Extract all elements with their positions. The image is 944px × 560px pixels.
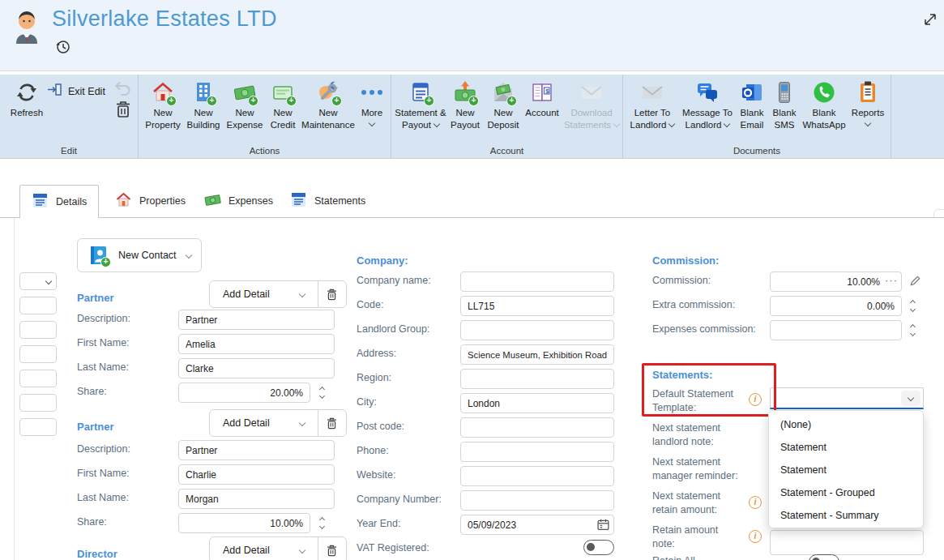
letter-to-landlord-button[interactable]: Letter To Landlord xyxy=(626,79,678,130)
share-input[interactable] xyxy=(178,513,310,533)
tab-details[interactable]: Details xyxy=(19,185,99,218)
exit-edit-button[interactable]: Exit Edit xyxy=(47,83,105,100)
first-name-input[interactable] xyxy=(178,464,335,485)
commission-input[interactable] xyxy=(770,271,902,292)
more-button[interactable]: More xyxy=(356,79,388,126)
new-building-icon: + xyxy=(190,79,216,105)
new-contact-button[interactable]: + New Contact xyxy=(77,238,202,272)
reports-button[interactable]: Reports xyxy=(848,79,887,126)
share-label: Share: xyxy=(77,515,107,529)
ribbon-group-edit: Refresh Exit Edit E xyxy=(0,75,139,158)
expenses-commission-spinner[interactable] xyxy=(907,320,918,340)
delete-detail-button[interactable] xyxy=(318,281,346,307)
post-code-input[interactable] xyxy=(460,417,614,438)
region-label: Region: xyxy=(357,371,391,385)
company-number-input[interactable] xyxy=(460,490,614,511)
extra-commission-input[interactable] xyxy=(770,296,902,316)
ribbon-group-account: + Statement & Payout + New Payout xyxy=(391,75,623,158)
stub-field[interactable] xyxy=(19,394,57,412)
message-icon xyxy=(694,79,720,105)
description-input[interactable] xyxy=(178,310,335,330)
statement-payout-button[interactable]: + Statement & Payout xyxy=(395,79,446,130)
tab-statements[interactable]: Statements xyxy=(279,185,377,217)
extra-commission-spinner[interactable] xyxy=(907,296,918,315)
new-building-button[interactable]: + New Building xyxy=(184,79,223,130)
share-input[interactable] xyxy=(178,383,310,403)
refresh-button[interactable]: Refresh xyxy=(5,79,49,119)
calendar-icon[interactable] xyxy=(596,518,610,535)
new-credit-button[interactable]: + New Credit xyxy=(265,79,301,130)
stub-field[interactable] xyxy=(19,418,57,436)
new-expense-button[interactable]: + New Expense xyxy=(224,79,265,130)
new-payout-button[interactable]: + New Payout xyxy=(446,79,484,130)
info-icon[interactable]: i xyxy=(749,393,762,406)
stub-field[interactable] xyxy=(19,297,57,314)
retain-amount-note-input[interactable] xyxy=(770,530,924,555)
history-icon[interactable] xyxy=(53,37,73,57)
delete-detail-button[interactable] xyxy=(318,537,346,560)
city-input[interactable] xyxy=(460,393,614,413)
stub-field[interactable] xyxy=(19,345,57,363)
website-input[interactable] xyxy=(460,466,614,486)
delete-icon[interactable] xyxy=(113,99,134,120)
tab-properties[interactable]: Properties xyxy=(104,185,197,217)
blank-sms-button[interactable]: Blank SMS xyxy=(769,79,800,130)
download-statements-icon xyxy=(579,79,604,105)
year-end-input[interactable] xyxy=(460,515,614,535)
tab-expenses[interactable]: Expenses xyxy=(193,185,284,217)
message-to-landlord-button[interactable]: Message To Landlord xyxy=(680,79,735,130)
ellipsis-icon[interactable]: ··· xyxy=(885,274,898,286)
year-end-label: Year End: xyxy=(357,517,400,531)
new-property-button[interactable]: + New Property xyxy=(142,79,184,130)
last-name-label: Last Name: xyxy=(77,491,129,505)
first-name-label: First Name: xyxy=(77,467,130,481)
chevron-down-icon xyxy=(369,119,375,126)
add-detail-button[interactable]: Add Detail xyxy=(210,537,318,560)
vat-registered-toggle[interactable] xyxy=(583,540,614,555)
delete-detail-button[interactable] xyxy=(318,410,346,436)
add-detail-button[interactable]: Add Detail xyxy=(210,281,318,307)
stub-field[interactable] xyxy=(19,321,57,339)
info-icon[interactable]: i xyxy=(749,496,762,509)
chevron-down-icon xyxy=(186,252,192,259)
company-name-label: Company name: xyxy=(357,274,431,288)
phone-input[interactable] xyxy=(460,442,614,462)
ribbon-group-actions: + New Property + New Building xyxy=(139,75,391,158)
blank-email-button[interactable]: Blank Email xyxy=(735,79,769,130)
stub-dropdown[interactable] xyxy=(19,272,57,290)
dropdown-option[interactable]: Statement - Grouped xyxy=(769,481,923,504)
expenses-commission-input[interactable] xyxy=(770,320,902,340)
new-maintenance-button[interactable]: + New Maintenance xyxy=(301,79,356,130)
region-input[interactable] xyxy=(460,369,614,389)
company-name-input[interactable] xyxy=(460,271,614,292)
share-spinner[interactable] xyxy=(316,513,327,532)
expand-icon[interactable] xyxy=(921,10,940,29)
blank-whatsapp-button[interactable]: Blank WhatsApp xyxy=(800,79,848,130)
city-label: City: xyxy=(357,395,377,409)
stub-field[interactable] xyxy=(19,370,57,387)
last-name-input[interactable] xyxy=(178,358,335,378)
chevron-down-icon xyxy=(45,278,52,284)
landlord-group-input[interactable] xyxy=(460,320,614,340)
default-statement-template-combobox[interactable] xyxy=(770,387,924,409)
dropdown-option[interactable]: Statement - Summary xyxy=(769,504,923,527)
add-detail-group-1: Add Detail xyxy=(209,280,347,308)
account-button[interactable]: $ Account xyxy=(523,79,562,119)
combo-dropdown-button[interactable] xyxy=(901,391,921,406)
last-name-input[interactable] xyxy=(178,489,335,509)
dropdown-option[interactable]: (None) xyxy=(769,413,923,436)
first-name-input[interactable] xyxy=(178,334,335,354)
dropdown-option[interactable]: Statement xyxy=(769,459,923,481)
code-label: Code: xyxy=(357,298,383,312)
new-deposit-button[interactable]: + New Deposit xyxy=(484,79,523,130)
add-detail-button[interactable]: Add Detail xyxy=(210,410,318,436)
chevron-down-icon xyxy=(865,119,871,126)
edit-pencil-icon[interactable] xyxy=(909,275,921,290)
description-input[interactable] xyxy=(178,440,335,460)
retain-all-toggle[interactable] xyxy=(809,554,839,560)
code-input[interactable] xyxy=(460,296,614,316)
dropdown-option[interactable]: Statement xyxy=(769,436,923,459)
share-spinner[interactable] xyxy=(316,383,327,402)
info-icon[interactable]: i xyxy=(749,530,762,543)
address-input[interactable] xyxy=(460,344,614,365)
